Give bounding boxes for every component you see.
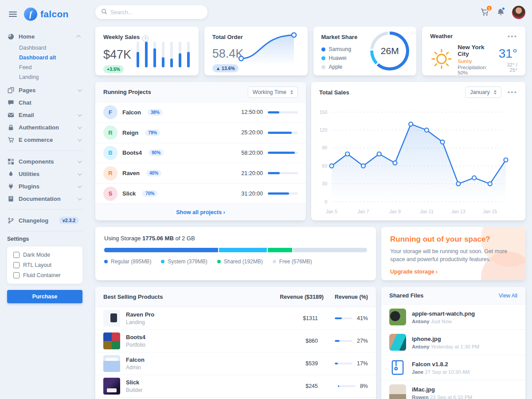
notification-dot [501,7,505,11]
search-input[interactable] [110,9,201,16]
pie-chart-icon [7,33,14,40]
cart-button[interactable]: 1 [480,8,489,17]
upgrade-space-card: Running out of your space? Your storage … [381,227,525,280]
sidebar-item-dashboard[interactable]: Dashboard [19,43,82,53]
sidebar-toggle-button[interactable] [7,10,19,19]
storage-usage-bar [104,248,367,252]
total-sales-line-chart: 0306090120150Jan 5Jan 7Jan 9Jan 11Jan 13… [311,102,525,220]
file-row-falcon[interactable]: Falcon v1.8.2 Jane 27 Sep at 10:30 AM [381,355,525,380]
sidebar-item-documentation[interactable]: Documentation [7,192,82,205]
project-row-slick: S Slick 70% 31:20:00 [95,184,306,203]
project-row-reign: R Reign 79% 25:20:00 [95,123,306,143]
dark-mode-checkbox[interactable] [13,252,20,258]
version-badge: v2.3.2 [59,217,79,224]
user-avatar[interactable] [512,6,525,19]
sidebar-item-dashboard-alt[interactable]: Dashboard alt [19,53,82,63]
chevron-down-icon [78,112,82,117]
product-row-raven-pro: Raven Pro Landing $1311 41% [95,307,376,330]
sidebar-item-label: Home [19,33,73,40]
chevron-down-icon [78,125,82,129]
sidebar-item-chat[interactable]: Chat [7,96,82,109]
product-row-falcon: Falcon Admin $539 17% [95,352,376,375]
sidebar-item-landing[interactable]: Landing [19,73,82,82]
upgrade-storage-link[interactable]: Upgrade storage › [390,269,438,275]
chevron-down-icon [78,184,82,188]
cart-count-badge: 1 [486,5,493,12]
card-menu-button[interactable]: ●●● [508,90,517,94]
app: f falcon Home Dashboard Dashboard alt Fe… [0,0,532,399]
project-name-link[interactable]: Boots4 [122,149,142,156]
legend-dot [217,260,221,263]
project-progress-badge: 38% [148,109,163,116]
legend-dot [273,260,276,263]
search-icon [102,8,107,16]
product-thumbnail [103,332,120,349]
month-select[interactable]: January [465,86,501,98]
copy-icon [7,87,14,94]
column-header-revenue: Revenue ($3189) [271,294,324,300]
svg-text:150: 150 [319,110,327,115]
sidebar: f falcon Home Dashboard Dashboard alt Fe… [0,0,89,399]
legend-dot [104,260,108,263]
view-all-link[interactable]: View All [499,293,517,299]
sidebar-item-feed[interactable]: Feed [19,63,82,72]
weekly-sales-badge: +3.5% [103,65,124,73]
main-content: 1 Weekly Sales? $47K +3.5% Total Order 5… [89,0,532,399]
chevron-down-icon [78,159,82,163]
sidebar-item-email[interactable]: Email [7,109,82,121]
notifications-button[interactable] [497,8,505,16]
card-title: Weekly Sales? [103,34,149,40]
working-time-select[interactable]: Working Time [248,86,298,98]
grid-icon [7,158,14,165]
show-all-projects-link[interactable]: Show all projects › [176,209,225,215]
chevron-down-icon [78,87,82,92]
sidebar-item-components[interactable]: Components [7,155,82,168]
sidebar-item-changelog[interactable]: Changelog v2.3.2 [7,214,82,227]
promo-body: Your storage will be running out soon. G… [390,247,508,263]
rtl-layout-option[interactable]: RTL Layout [13,262,76,268]
brand-logo[interactable]: f falcon [24,8,69,21]
donut-center-value: 26M [381,46,399,56]
svg-text:Jan 7: Jan 7 [358,209,369,214]
fluid-container-option[interactable]: Fluid Container [13,272,76,278]
sidebar-item-pages[interactable]: Pages [7,84,82,96]
total-sales-card: Total Sales January ●●● 0306090120150Jan… [311,82,525,220]
file-row-apple-smart-watch[interactable]: apple-smart-watch.png Antony Just Now [381,305,525,330]
cart-icon [7,137,14,143]
svg-text:90: 90 [322,145,327,150]
sidebar-item-plugins[interactable]: Plugins [7,180,82,192]
svg-text:Jan 13: Jan 13 [451,209,466,214]
project-progress-bar [268,111,298,113]
project-name-link[interactable]: Reign [122,129,138,136]
svg-text:Jan 5: Jan 5 [326,209,337,214]
file-row-imac[interactable]: iMac.jpg Rowen 23 Sep at 6:10 PM [381,380,525,399]
sidebar-item-home[interactable]: Home [7,30,82,43]
storage-title: Using Storage 1775.06 MB of 2 GB [104,235,367,242]
product-thumbnail [103,310,120,327]
help-icon[interactable]: ? [142,35,149,42]
rtl-layout-checkbox[interactable] [13,262,20,268]
sidebar-item-authentication[interactable]: Authentication [7,121,82,133]
svg-text:120: 120 [319,127,327,133]
sidebar-item-utilities[interactable]: Utilities [7,168,82,180]
bottom-row: Best Selling Products Revenue ($3189) Re… [95,287,525,399]
card-menu-button[interactable]: ●●● [508,34,517,39]
file-row-iphone[interactable]: iphone.jpg Antony Yesterday at 1:30 PM [381,330,525,355]
fluid-container-checkbox[interactable] [13,272,20,278]
sidebar-item-ecommerce[interactable]: E commerce [7,133,82,146]
svg-text:Jan 15: Jan 15 [483,209,497,214]
project-name-link[interactable]: Raven [122,170,140,176]
project-name-link[interactable]: Slick [122,190,136,197]
envelope-icon [7,112,14,118]
chevron-up-icon [76,35,81,39]
project-name-link[interactable]: Falcon [122,109,141,116]
dark-mode-option[interactable]: Dark Mode [13,252,76,258]
purchase-button[interactable]: Purchase [7,290,82,303]
plug-icon [7,183,14,190]
sort-arrows-icon [290,90,293,94]
search-box[interactable] [95,5,207,19]
svg-text:60: 60 [322,163,327,168]
weekly-sales-bar-chart [137,42,190,67]
legend-dot [321,65,325,69]
weather-range: 32° / 25° [499,62,517,73]
